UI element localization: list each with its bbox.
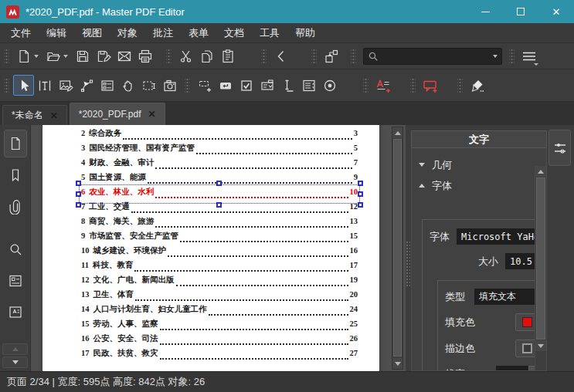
selection-handle[interactable] xyxy=(216,202,222,208)
combo-box-tool-button[interactable] xyxy=(256,75,277,96)
add-sticky-note-button[interactable] xyxy=(419,75,440,96)
scrollbar-down-button[interactable] xyxy=(535,340,546,351)
edit-forms-tool-button[interactable] xyxy=(97,75,117,96)
checkbox-tool-button[interactable] xyxy=(236,75,256,96)
selection-handle[interactable] xyxy=(76,202,81,208)
new-document-dropdown-icon[interactable] xyxy=(34,55,39,58)
scrollbar-up-button[interactable] xyxy=(535,166,546,177)
toolbar-drag-handle[interactable] xyxy=(261,48,267,65)
edit-path-tool-button[interactable] xyxy=(76,75,97,96)
menu-object[interactable]: 对象 xyxy=(110,23,145,42)
search-box[interactable] xyxy=(363,48,502,65)
organize-pages-button[interactable] xyxy=(321,46,341,66)
panel-resize-grip[interactable] xyxy=(406,241,410,287)
scrollbar-down-button[interactable] xyxy=(392,358,402,369)
toolbar-drag-handle[interactable] xyxy=(410,77,416,94)
scrollbar-thumb[interactable] xyxy=(393,139,402,357)
toolbar-drag-handle[interactable] xyxy=(185,77,190,94)
new-document-button[interactable] xyxy=(13,46,34,66)
selection-handle[interactable] xyxy=(358,202,363,208)
toc-entry[interactable]: 10 城乡建设、环境保护 16 xyxy=(81,245,358,260)
select-region-tool-button[interactable] xyxy=(138,75,159,96)
menu-document[interactable]: 文档 xyxy=(216,23,252,42)
sidebar-page-thumbnails-button[interactable] xyxy=(4,130,27,157)
font-family-input[interactable]: Microsoft YaHei xyxy=(457,228,545,245)
minimize-button[interactable] xyxy=(467,0,503,23)
save-as-button[interactable] xyxy=(93,46,114,66)
push-button-tool-button[interactable] xyxy=(215,75,236,96)
toc-entry[interactable]: 17 民政、扶贫、救灾 27 xyxy=(81,348,358,363)
hand-tool-button[interactable] xyxy=(117,75,138,96)
scrollbar-up-button[interactable] xyxy=(392,127,402,138)
edit-text-tool-button[interactable] xyxy=(34,75,55,96)
text-form-field-tool-button[interactable] xyxy=(277,75,298,96)
selection-handle[interactable] xyxy=(358,181,363,186)
toc-entry[interactable]: 4 财政、金融、审计 7 xyxy=(81,157,358,172)
scrollbar-thumb[interactable] xyxy=(536,177,545,340)
section-geometry[interactable]: 几何 xyxy=(412,154,546,175)
back-button[interactable] xyxy=(270,46,291,66)
toc-entry[interactable]: 6 农业、林业、水利 10 xyxy=(81,187,358,201)
document-scrollbar[interactable] xyxy=(392,127,403,370)
open-button[interactable] xyxy=(42,46,63,66)
toc-entry[interactable]: 15 劳动、人事、监察 25 xyxy=(81,319,358,333)
main-menu-button[interactable] xyxy=(518,46,539,66)
toc-entry[interactable]: 3 国民经济管理、国有资产监管 5 xyxy=(81,143,358,157)
tab-2020-pdf[interactable]: *2020_PDF.pdf xyxy=(70,103,165,125)
sidebar-attachments-button[interactable] xyxy=(4,193,27,221)
add-text-annotation-button[interactable] xyxy=(372,75,393,96)
tab-untitled[interactable]: *未命名 xyxy=(2,105,67,125)
menu-annotation[interactable]: 批注 xyxy=(145,23,181,42)
tab-close-icon[interactable] xyxy=(148,110,155,119)
sidebar-form-fields-button[interactable] xyxy=(4,267,27,295)
maximize-button[interactable] xyxy=(503,0,538,23)
sidebar-scroll-up-button[interactable] xyxy=(2,343,28,355)
document-view[interactable]: 2 综合政务 3 3 国民经济管理、国有资产监管 5 4 财政、金融、审计 7 … xyxy=(31,125,406,371)
toc-entry[interactable]: 2 综合政务 3 xyxy=(81,128,358,143)
save-button[interactable] xyxy=(72,46,93,66)
selection-handle[interactable] xyxy=(216,181,222,186)
toc-entry[interactable]: 13 卫生、体育 20 xyxy=(81,289,358,304)
toolbar-drag-handle[interactable] xyxy=(363,77,369,94)
menu-help[interactable]: 帮助 xyxy=(287,23,323,42)
add-link-tool-button[interactable] xyxy=(194,75,215,96)
radio-button-tool-button[interactable] xyxy=(319,75,340,96)
menu-tools[interactable]: 工具 xyxy=(252,23,287,42)
toc-entry[interactable]: 9 市场监管、安全生产监管 15 xyxy=(81,231,358,245)
line-width-input[interactable]: 1 xyxy=(496,366,528,371)
toc-entry[interactable]: 16 公安、安全、司法 26 xyxy=(81,333,358,348)
toolbar-drag-handle[interactable] xyxy=(311,48,317,65)
panel-scrollbar[interactable] xyxy=(535,166,546,370)
menu-forms[interactable]: 表单 xyxy=(181,23,216,42)
search-dropdown-icon[interactable] xyxy=(493,55,498,58)
sidebar-search-button[interactable] xyxy=(4,235,27,263)
toc-entry[interactable]: 12 文化、广电、新闻出版 19 xyxy=(81,275,358,289)
print-button[interactable] xyxy=(134,46,155,66)
toc-entry[interactable]: 11 科技、教育 17 xyxy=(81,260,358,275)
toolbar-drag-handle[interactable] xyxy=(457,77,463,94)
toc-entry[interactable]: 8 商贸、海关、旅游 13 xyxy=(81,216,358,231)
copy-button[interactable] xyxy=(196,46,217,66)
paste-button[interactable] xyxy=(217,46,238,66)
toolbar-drag-handle[interactable] xyxy=(351,48,356,65)
toc-entry[interactable]: 14 人口与计划生育、妇女儿童工作 24 xyxy=(81,304,358,319)
close-button[interactable] xyxy=(538,0,574,23)
sidebar-bookmarks-button[interactable] xyxy=(4,161,27,189)
toolbar-drag-handle[interactable] xyxy=(4,77,9,94)
edit-image-tool-button[interactable] xyxy=(55,75,76,96)
sidebar-signatures-button[interactable] xyxy=(4,299,27,326)
email-button[interactable] xyxy=(114,46,134,66)
highlighter-tool-button[interactable] xyxy=(467,75,487,96)
menu-file[interactable]: 文件 xyxy=(3,23,39,42)
search-input[interactable] xyxy=(379,50,493,63)
selection-handle[interactable] xyxy=(76,191,81,197)
toolbar-drag-handle[interactable] xyxy=(4,48,9,65)
selection-handle[interactable] xyxy=(76,181,81,186)
snapshot-tool-button[interactable] xyxy=(159,75,180,96)
toolbar-drag-handle[interactable] xyxy=(509,48,515,65)
panel-settings-tab[interactable] xyxy=(549,130,571,166)
list-box-tool-button[interactable] xyxy=(298,75,319,96)
select-tool-button[interactable] xyxy=(13,75,34,96)
section-font[interactable]: 字体 xyxy=(412,175,546,196)
sidebar-scroll-down-button[interactable] xyxy=(2,357,28,368)
